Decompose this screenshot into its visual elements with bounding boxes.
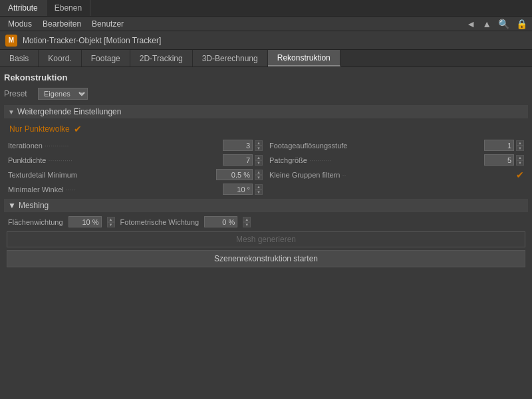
spin-down-texturdetail[interactable]: ▼ [255,175,263,180]
param-patchgroesse: Patchgröße ··········· ▲ ▼ [269,154,524,166]
flaechen-input[interactable] [68,216,102,227]
param-patchgroesse-label: Patchgröße [269,156,307,164]
param-punktdichte-spinner[interactable]: ▲ ▼ [255,155,263,166]
spin-up-fotometrisch[interactable]: ▲ [243,217,251,222]
spin-up-texturdetail[interactable]: ▲ [255,170,263,175]
spin-up-footage[interactable]: ▲ [516,140,524,146]
section-tabs: Basis Koord. Footage 2D-Tracking 3D-Bere… [0,50,532,67]
tab-basis[interactable]: Basis [0,50,39,66]
nur-punktewolke-checkbox[interactable]: ✔ [74,124,82,134]
param-footage-label: Footageauflösungsstufe [269,142,347,150]
param-patchgroesse-input[interactable] [484,154,514,166]
mesh-generieren-button[interactable]: Mesh generieren [7,231,525,247]
weitergehend-arrow: ▼ [8,108,15,116]
menu-benutzer[interactable]: Benutzer [86,18,129,30]
meshing-params: Flächenwichtung ▲ ▼ Fotometrische Wichtu… [4,216,528,227]
weitergehend-header[interactable]: ▼ Weitergehende Einstellungen [4,105,528,118]
top-tab-bar: Attribute Ebenen [0,0,532,17]
nav-up-icon[interactable]: ▲ [480,19,493,29]
menu-modus[interactable]: Modus [3,18,37,30]
nav-back-icon[interactable]: ◄ [464,19,477,29]
tab-2d-tracking[interactable]: 2D-Tracking [130,50,193,66]
object-icon: M [5,35,17,47]
spin-down-iterationen[interactable]: ▼ [255,146,263,151]
preset-row: Preset Eigenes Standard Schnell [4,88,528,100]
param-punktdichte: Punktdichte ············ ▲ ▼ [8,154,263,166]
object-title: Motion-Tracker-Objekt [Motion Tracker] [23,36,161,45]
spin-down-minimaler-winkel[interactable]: ▼ [255,190,263,195]
tab-attribute[interactable]: Attribute [0,0,47,16]
meshing-label: Meshing [19,201,49,210]
weitergehend-label: Weitergehende Einstellungen [17,107,122,116]
spin-down-fotometrisch[interactable]: ▼ [243,222,251,227]
fotometrisch-input[interactable] [204,216,237,227]
preset-select-wrapper[interactable]: Eigenes Standard Schnell [38,88,88,100]
param-punktdichte-label: Punktdichte [8,156,46,164]
tab-koord[interactable]: Koord. [39,50,81,66]
preset-label: Preset [4,89,34,98]
param-texturdetail: Texturdetail Minimum ▲ ▼ [8,169,263,180]
page-title: Rekonstruktion [4,72,528,82]
spin-up-minimaler-winkel[interactable]: ▲ [255,184,263,190]
preset-select[interactable]: Eigenes Standard Schnell [38,88,88,100]
spin-down-punktdichte[interactable]: ▼ [255,160,263,166]
spin-up-punktdichte[interactable]: ▲ [255,155,263,160]
param-texturdetail-label: Texturdetail Minimum [8,171,77,179]
tab-footage[interactable]: Footage [82,50,130,66]
params-grid: Iterationen ············ ▲ ▼ Footageaufl… [4,140,528,195]
param-patchgroesse-spinner[interactable]: ▲ ▼ [516,155,524,166]
tab-ebenen[interactable]: Ebenen [47,0,90,16]
param-minimaler-winkel-label: Minimaler Winkel [8,186,64,194]
spin-up-flaechen[interactable]: ▲ [107,217,115,222]
spin-down-flaechen[interactable]: ▼ [107,222,115,227]
tab-3d-berechnung[interactable]: 3D-Berechnung [193,50,268,66]
param-iterationen-dots: ············ [45,142,221,150]
param-kleine-gruppen-label: Kleine Gruppen filtern [269,171,340,179]
meshing-arrow: ▼ [8,201,16,210]
spin-up-patchgroesse[interactable]: ▲ [516,155,524,160]
flaechen-label: Flächenwichtung [8,218,63,226]
param-texturdetail-spinner[interactable]: ▲ ▼ [255,170,263,180]
param-minimaler-winkel-spinner[interactable]: ▲ ▼ [255,184,263,195]
spin-down-footage[interactable]: ▼ [516,146,524,151]
menu-icons: ◄ ▲ 🔍 🔒 [464,19,529,29]
tab-rekonstruktion[interactable]: Rekonstruktion [268,50,340,66]
meshing-header[interactable]: ▼ Meshing [4,199,528,212]
param-texturdetail-input[interactable] [216,169,253,180]
param-iterationen-input[interactable] [223,140,253,151]
menu-bearbeiten[interactable]: Bearbeiten [37,18,86,30]
param-iterationen: Iterationen ············ ▲ ▼ [8,140,263,151]
menu-bar: Modus Bearbeiten Benutzer ◄ ▲ 🔍 🔒 [0,17,532,31]
object-bar: M Motion-Tracker-Objekt [Motion Tracker] [0,31,532,50]
search-icon[interactable]: 🔍 [496,19,511,29]
param-kleine-gruppen: Kleine Gruppen filtern ·· ✔ [269,169,524,180]
szenenrekonstruktion-button[interactable]: Szenenrekonstruktion starten [7,250,525,267]
nur-punktewolke-label: Nur Punktewolke [9,124,70,134]
param-punktdichte-input[interactable] [223,154,253,166]
fotometrisch-label: Fotometrische Wichtung [120,218,200,226]
param-footage-aufloesung: Footageauflösungsstufe ▲ ▼ [269,140,524,151]
main-content: Rekonstruktion Preset Eigenes Standard S… [0,67,532,275]
param-footage-input[interactable] [484,140,514,151]
param-minimaler-winkel: Minimaler Winkel ····· ▲ ▼ [8,184,263,195]
nur-punktewolke-row: Nur Punktewolke ✔ [4,122,528,136]
flaechen-spinner[interactable]: ▲ ▼ [107,217,115,227]
param-iterationen-spinner[interactable]: ▲ ▼ [255,140,263,151]
lock-icon[interactable]: 🔒 [514,19,529,29]
fotometrisch-spinner[interactable]: ▲ ▼ [243,217,251,227]
param-minimaler-winkel-input[interactable] [223,184,253,195]
param-footage-spinner[interactable]: ▲ ▼ [516,140,524,151]
spin-down-patchgroesse[interactable]: ▼ [516,160,524,166]
spin-up-iterationen[interactable]: ▲ [255,140,263,146]
param-iterationen-label: Iterationen [8,142,43,150]
kleine-gruppen-checkmark[interactable]: ✔ [516,170,524,180]
